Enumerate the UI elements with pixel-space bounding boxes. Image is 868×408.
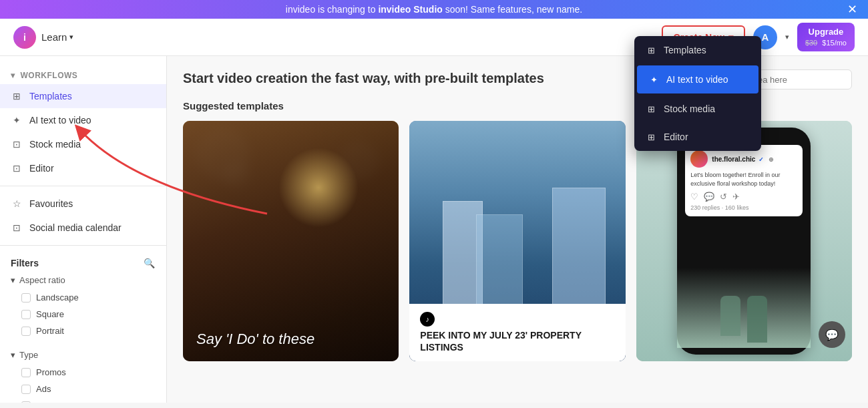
property-card-footer: ♪ PEEK INTO MY JULY 23' PROPERTY LISTING… xyxy=(409,304,625,361)
sidebar-social-label: Social media calendar xyxy=(29,222,122,233)
heart-icon: ♡ xyxy=(690,192,698,202)
sidebar-item-social-calendar[interactable]: ⊡ Social media calendar xyxy=(0,216,166,240)
post-text: Let's bloom together! Enroll in our excl… xyxy=(690,171,797,188)
floral-post-card: the.floral.chic ✓ ⊕ Let's bloom together… xyxy=(685,145,803,216)
banner-text: invideo is changing to invideo Studio so… xyxy=(286,4,582,15)
sidebar-item-stock-media[interactable]: ⊡ Stock media xyxy=(0,132,166,156)
post-avatar xyxy=(690,150,708,168)
chevron-down-icon: ▾ xyxy=(11,350,15,360)
sidebar-ai-label: AI text to video xyxy=(29,115,91,126)
filter-landscape[interactable]: Landscape xyxy=(11,289,156,306)
upgrade-label: Upgrade xyxy=(809,27,844,38)
wedding-card-overlay: Say 'I Do' to these xyxy=(183,317,399,361)
sidebar-item-templates[interactable]: ⊞ Templates xyxy=(0,84,166,108)
editor-icon: ⊡ xyxy=(11,162,23,174)
type-section: ▾ Type Promos Ads Listicles Slideshow xyxy=(0,345,166,403)
square-label: Square xyxy=(36,309,64,319)
dropdown-ai-label: AI text to video xyxy=(666,74,728,85)
ads-checkbox[interactable] xyxy=(21,385,31,394)
templates-grid: Say 'I Do' to these ♪ PEEK INTO MY J xyxy=(183,121,852,361)
sidebar: ▾ Workflows ⊞ Templates ✦ AI text to vid… xyxy=(0,56,167,403)
upgrade-price: $30 $15/mo xyxy=(805,38,847,47)
main-content: Start video creation the fast way, with … xyxy=(167,56,868,403)
listicles-label: Listicles xyxy=(36,401,67,403)
promos-label: Promos xyxy=(36,367,66,377)
dropdown-stock-label: Stock media xyxy=(664,104,715,114)
aspect-ratio-label: Aspect ratio xyxy=(19,275,65,285)
sidebar-item-editor[interactable]: ⊡ Editor xyxy=(0,156,166,180)
banner-close-button[interactable]: ✕ xyxy=(847,2,857,17)
ai-text-icon: ✦ xyxy=(648,73,660,85)
phone-background-image xyxy=(677,268,811,348)
chevron-down-icon[interactable]: ▾ xyxy=(785,33,789,41)
sidebar-editor-label: Editor xyxy=(29,163,54,174)
promos-checkbox[interactable] xyxy=(21,368,31,377)
dropdown-item-stock-media[interactable]: ⊞ Stock media xyxy=(634,95,761,123)
wedding-card-text: Say 'I Do' to these xyxy=(196,331,385,348)
chevron-down-icon: ▾ xyxy=(11,71,15,80)
filters-section: Filters 🔍 ▾ Aspect ratio Landscape Squar… xyxy=(0,251,166,345)
sidebar-stock-label: Stock media xyxy=(29,139,81,150)
verified-badge: ✓ xyxy=(758,156,764,163)
comment-icon: 💬 xyxy=(704,192,714,202)
filter-portrait[interactable]: Portrait xyxy=(11,323,156,339)
filters-title: Filters 🔍 xyxy=(11,256,156,270)
sidebar-favourites-label: Favourites xyxy=(29,198,73,209)
tiktok-icon: ♪ xyxy=(420,312,435,327)
square-checkbox[interactable] xyxy=(21,310,31,319)
sidebar-templates-label: Templates xyxy=(29,91,72,101)
type-label: Type xyxy=(19,350,38,360)
editor-icon: ⊞ xyxy=(645,131,657,143)
sidebar-item-ai-text[interactable]: ✦ AI text to video xyxy=(0,108,166,132)
property-card-title: PEEK INTO MY JULY 23' PROPERTY LISTINGS xyxy=(420,329,614,353)
page-title: Start video creation the fast way, with … xyxy=(183,71,544,86)
learn-button[interactable]: Learn ▾ xyxy=(41,31,73,43)
portrait-checkbox[interactable] xyxy=(21,327,31,336)
dropdown-item-ai-text[interactable]: ✦ AI text to video xyxy=(637,65,758,93)
logo: i xyxy=(13,26,36,49)
filter-ads[interactable]: Ads xyxy=(11,381,156,397)
sidebar-divider xyxy=(0,186,166,186)
dropdown-templates-label: Templates xyxy=(664,45,706,55)
template-card-wedding[interactable]: Say 'I Do' to these xyxy=(183,121,399,361)
phone-mockup: the.floral.chic ✓ ⊕ Let's bloom together… xyxy=(677,128,811,355)
stock-media-icon: ⊞ xyxy=(645,103,657,115)
ads-label: Ads xyxy=(36,384,51,394)
workflows-label: Workflows xyxy=(21,71,78,80)
portrait-label: Portrait xyxy=(36,326,64,336)
stock-media-icon: ⊡ xyxy=(11,138,23,150)
create-new-dropdown: ⊞ Templates ✦ AI text to video ⊞ Stock m… xyxy=(634,36,761,151)
post-username: the.floral.chic ✓ ⊕ xyxy=(712,156,774,163)
filter-search-icon[interactable]: 🔍 xyxy=(142,256,156,270)
workflows-section: ▾ Workflows xyxy=(0,67,166,84)
landscape-checkbox[interactable] xyxy=(21,293,31,302)
filter-listicles[interactable]: Listicles xyxy=(11,397,156,403)
sidebar-divider-2 xyxy=(0,245,166,246)
calendar-icon: ⊡ xyxy=(11,222,23,234)
listicles-checkbox[interactable] xyxy=(21,401,31,403)
filter-square[interactable]: Square xyxy=(11,306,156,323)
threads-icon: ⊕ xyxy=(769,156,774,163)
dropdown-item-templates[interactable]: ⊞ Templates xyxy=(634,36,761,64)
star-icon: ☆ xyxy=(11,198,23,210)
template-card-floral[interactable]: the.floral.chic ✓ ⊕ Let's bloom together… xyxy=(636,121,852,361)
sidebar-item-favourites[interactable]: ☆ Favourites xyxy=(0,192,166,216)
template-card-property[interactable]: ♪ PEEK INTO MY JULY 23' PROPERTY LISTING… xyxy=(409,121,625,361)
templates-icon: ⊞ xyxy=(11,90,23,102)
chevron-down-icon: ▾ xyxy=(69,33,73,41)
type-filter-section[interactable]: ▾ Type xyxy=(11,350,156,360)
landscape-label: Landscape xyxy=(36,292,79,302)
upgrade-button[interactable]: Upgrade $30 $15/mo xyxy=(797,23,855,51)
post-stats: 230 replies · 160 likes xyxy=(690,204,797,211)
filter-promos[interactable]: Promos xyxy=(11,364,156,381)
ai-text-icon: ✦ xyxy=(11,114,23,126)
dropdown-editor-label: Editor xyxy=(664,132,688,142)
dropdown-item-editor[interactable]: ⊞ Editor xyxy=(634,123,761,151)
header-left: i Learn ▾ xyxy=(13,26,73,49)
share-icon: ✈ xyxy=(732,192,740,202)
aspect-ratio-section[interactable]: ▾ Aspect ratio xyxy=(11,275,156,285)
retweet-icon: ↺ xyxy=(720,192,727,202)
chat-button[interactable]: 💬 xyxy=(819,321,845,348)
post-actions: ♡ 💬 ↺ ✈ xyxy=(690,192,797,202)
templates-icon: ⊞ xyxy=(645,44,657,56)
